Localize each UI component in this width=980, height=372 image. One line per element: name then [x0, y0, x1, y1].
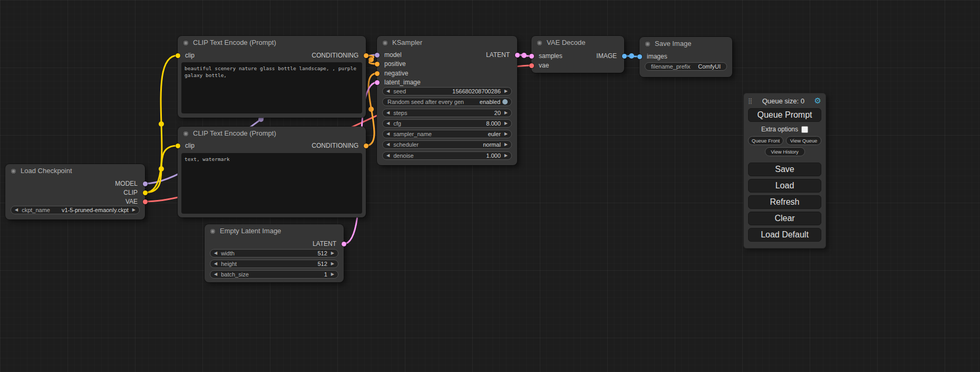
node-clip-text-encode-positive[interactable]: CLIP Text Encode (Prompt) clip CONDITION…: [178, 36, 366, 118]
node-save-image[interactable]: Save Image images filename_prefix ComfyU…: [639, 37, 732, 77]
widget-label: Random seed after every gen: [387, 99, 464, 105]
increment-arrow-icon[interactable]: ▶: [504, 130, 508, 138]
widget-value: 1: [324, 271, 327, 278]
collapse-icon[interactable]: [210, 229, 215, 234]
decrement-arrow-icon[interactable]: ◀: [214, 260, 217, 268]
node-title-bar[interactable]: Save Image: [639, 37, 732, 51]
decrement-arrow-icon[interactable]: ◀: [386, 152, 390, 159]
input-port-latent-image[interactable]: [375, 80, 380, 85]
decrement-arrow-icon[interactable]: ◀: [386, 109, 390, 117]
queue-size-label: Queue size: 0: [752, 97, 814, 105]
prompt-textarea[interactable]: text, watermark: [181, 153, 362, 214]
increment-arrow-icon[interactable]: ▶: [331, 260, 334, 268]
input-slot-vae: vae: [531, 61, 624, 70]
widget-label: sampler_name: [393, 131, 432, 137]
node-title-bar[interactable]: CLIP Text Encode (Prompt): [178, 127, 366, 140]
widget-width[interactable]: ◀ width 512 ▶: [210, 249, 338, 257]
widget-sampler-name[interactable]: ◀ sampler_name euler ▶: [382, 130, 512, 138]
widget-cfg[interactable]: ◀ cfg 8.000 ▶: [382, 119, 512, 128]
slot-label: IMAGE: [596, 52, 617, 60]
extra-options-checkbox[interactable]: [801, 126, 808, 133]
link-midpoint-image: [629, 53, 634, 59]
widget-denoise[interactable]: ◀ denoise 1.000 ▶: [382, 151, 512, 160]
decrement-arrow-icon[interactable]: ◀: [386, 88, 390, 95]
increment-arrow-icon[interactable]: ▶: [331, 271, 334, 278]
link-midpoint-latent-out: [521, 53, 527, 58]
widget-seed[interactable]: ◀ seed 156680208700286 ▶: [382, 87, 512, 96]
decrement-arrow-icon[interactable]: ◀: [386, 120, 390, 127]
increment-arrow-icon[interactable]: ▶: [504, 109, 508, 117]
node-title: CLIP Text Encode (Prompt): [193, 39, 276, 46]
node-title: CLIP Text Encode (Prompt): [193, 129, 276, 137]
view-history-button[interactable]: View History: [765, 147, 805, 156]
node-empty-latent-image[interactable]: Empty Latent Image LATENT ◀ width 512 ▶ …: [205, 224, 344, 282]
node-load-checkpoint[interactable]: Load Checkpoint MODEL CLIP VAE ◀ ckpt_na…: [5, 164, 145, 220]
node-title-bar[interactable]: Empty Latent Image: [205, 224, 344, 238]
decrement-arrow-icon[interactable]: ◀: [214, 271, 217, 278]
input-port-vae[interactable]: [529, 63, 534, 68]
increment-arrow-icon[interactable]: ▶: [504, 141, 508, 148]
widget-filename-prefix[interactable]: filename_prefix ComfyUI: [645, 62, 727, 71]
queue-front-button[interactable]: Queue Front: [748, 136, 783, 145]
widget-ckpt-name[interactable]: ◀ ckpt_name v1-5-pruned-emaonly.ckpt ▶: [11, 206, 140, 214]
refresh-button[interactable]: Refresh: [748, 195, 821, 209]
output-port-conditioning[interactable]: [364, 144, 368, 148]
output-port-conditioning[interactable]: [364, 53, 368, 58]
decrement-arrow-icon[interactable]: ◀: [214, 250, 217, 257]
node-title-bar[interactable]: Load Checkpoint: [5, 164, 145, 178]
widget-value: euler: [488, 131, 500, 137]
collapse-icon[interactable]: [183, 131, 188, 136]
collapse-icon[interactable]: [383, 41, 387, 45]
output-port-latent[interactable]: [515, 53, 520, 58]
node-clip-text-encode-negative[interactable]: CLIP Text Encode (Prompt) clip CONDITION…: [178, 127, 366, 217]
node-title: Save Image: [655, 40, 691, 47]
widget-scheduler[interactable]: ◀ scheduler normal ▶: [382, 140, 512, 149]
collapse-icon[interactable]: [183, 41, 188, 45]
node-title-bar[interactable]: VAE Decode: [531, 36, 624, 50]
increment-arrow-icon[interactable]: ▶: [504, 120, 508, 127]
decrement-arrow-icon[interactable]: ◀: [15, 206, 18, 214]
workflow-buttons: Save Load Refresh Clear Load Default: [748, 163, 821, 242]
input-port-negative[interactable]: [375, 71, 380, 76]
widget-value: 156680208700286: [452, 88, 501, 94]
queue-prompt-button[interactable]: Queue Prompt: [748, 108, 821, 122]
output-port-clip[interactable]: [143, 190, 148, 195]
decrement-arrow-icon[interactable]: ◀: [386, 141, 390, 148]
node-title: Empty Latent Image: [220, 227, 281, 235]
drag-handle-icon[interactable]: ⣿: [748, 98, 752, 104]
widget-batch-size[interactable]: ◀ batch_size 1 ▶: [210, 270, 338, 279]
input-port-positive[interactable]: [375, 62, 380, 66]
collapse-icon[interactable]: [537, 41, 542, 45]
increment-arrow-icon[interactable]: ▶: [504, 152, 508, 159]
output-port-vae[interactable]: [143, 199, 148, 204]
toggle-dot-icon[interactable]: [502, 99, 508, 104]
output-port-model[interactable]: [143, 182, 148, 186]
load-button[interactable]: Load: [748, 179, 821, 193]
output-port-image[interactable]: [622, 54, 627, 59]
widget-height[interactable]: ◀ height 512 ▶: [210, 260, 338, 268]
settings-gear-icon[interactable]: ⚙: [814, 96, 821, 106]
node-ksampler[interactable]: KSampler model LATENT positive negative …: [377, 36, 517, 165]
clear-button[interactable]: Clear: [748, 212, 821, 225]
node-title-bar[interactable]: KSampler: [377, 36, 517, 50]
node-title-bar[interactable]: CLIP Text Encode (Prompt): [178, 36, 366, 50]
input-port-images[interactable]: [637, 54, 642, 59]
increment-arrow-icon[interactable]: ▶: [504, 88, 508, 95]
prompt-textarea[interactable]: beautiful scenery nature glass bottle la…: [181, 62, 362, 113]
collapse-icon[interactable]: [645, 42, 650, 46]
node-vae-decode[interactable]: VAE Decode samples IMAGE vae: [531, 36, 624, 73]
node-title: KSampler: [392, 39, 422, 46]
widget-label: filename_prefix: [651, 63, 691, 70]
widget-random-seed-toggle[interactable]: Random seed after every gen enabled: [382, 98, 512, 106]
increment-arrow-icon[interactable]: ▶: [331, 250, 334, 257]
widget-steps[interactable]: ◀ steps 20 ▶: [382, 109, 512, 117]
decrement-arrow-icon[interactable]: ◀: [386, 130, 390, 138]
load-default-button[interactable]: Load Default: [748, 228, 821, 242]
collapse-icon[interactable]: [11, 169, 16, 174]
save-button[interactable]: Save: [748, 163, 821, 176]
output-port-latent[interactable]: [342, 242, 346, 246]
widget-value: 20: [494, 110, 501, 116]
view-queue-button[interactable]: View Queue: [786, 136, 821, 145]
increment-arrow-icon[interactable]: ▶: [132, 206, 135, 214]
node-graph-canvas[interactable]: Load Checkpoint MODEL CLIP VAE ◀ ckpt_na…: [0, 0, 980, 372]
